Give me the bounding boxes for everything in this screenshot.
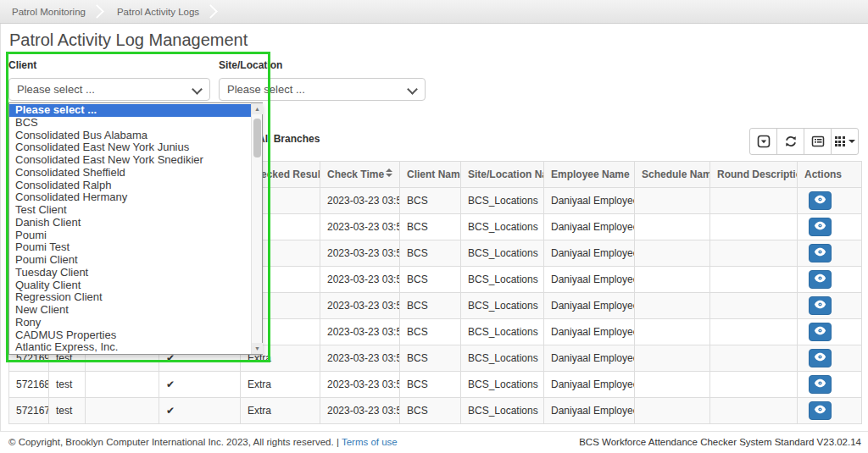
dropdown-option[interactable]: Consolidated Hermany bbox=[9, 191, 251, 204]
dropdown-option[interactable]: Consolidated East New York Snedikier bbox=[9, 154, 251, 167]
client-dropdown-list: Please select ...BCSConsolidated Bus Ala… bbox=[8, 102, 263, 355]
table-cell bbox=[635, 267, 710, 293]
table-cell: BCS bbox=[400, 345, 461, 372]
page-title: Patrol Activity Log Management bbox=[9, 30, 248, 50]
column-header: Schedule Name bbox=[635, 162, 710, 188]
table-cell bbox=[710, 398, 798, 424]
export-button[interactable] bbox=[749, 128, 777, 155]
table-cell: 2023-03-23 03:56 bbox=[320, 372, 400, 398]
view-button[interactable] bbox=[809, 244, 832, 262]
breadcrumb-item-patrol-monitoring[interactable]: Patrol Monitoring bbox=[12, 7, 86, 17]
scroll-up-icon[interactable]: ▲ bbox=[252, 103, 263, 114]
dropdown-option[interactable]: Regression Client bbox=[9, 291, 251, 304]
table-cell: 2023-03-23 03:59 bbox=[320, 214, 400, 240]
eye-icon bbox=[814, 300, 826, 309]
dropdown-option[interactable]: Please select ... bbox=[9, 104, 251, 117]
table-cell: Daniyaal Employee bbox=[544, 267, 635, 293]
column-header[interactable]: Check Time bbox=[320, 162, 400, 188]
dropdown-option[interactable]: Test Client bbox=[9, 204, 251, 217]
table-cell: BCS_Locations bbox=[461, 319, 544, 345]
chevron-down-icon bbox=[407, 84, 418, 95]
breadcrumb-chevron-icon bbox=[203, 4, 218, 19]
view-button[interactable] bbox=[809, 375, 832, 394]
table-cell bbox=[710, 319, 798, 345]
actions-cell bbox=[798, 267, 862, 293]
dropdown-option[interactable]: Consolidated Sheffield bbox=[9, 167, 251, 180]
table-cell bbox=[710, 345, 798, 372]
view-button[interactable] bbox=[809, 191, 832, 210]
dropdown-option[interactable]: Consolidated Ralph bbox=[9, 180, 251, 192]
view-button[interactable] bbox=[809, 270, 832, 289]
copyright-text: © Copyright, Brooklyn Computer Internati… bbox=[8, 432, 398, 453]
table-cell: 2023-03-23 03:59 bbox=[320, 188, 400, 214]
dropdown-option[interactable]: Poumi Client bbox=[9, 254, 251, 267]
dropdown-option[interactable]: Tuesday Client bbox=[9, 267, 251, 279]
eye-icon bbox=[814, 326, 826, 335]
breadcrumb-item-patrol-activity-logs[interactable]: Patrol Activity Logs bbox=[117, 7, 199, 17]
table-cell bbox=[635, 319, 710, 345]
eye-icon bbox=[814, 378, 826, 388]
eye-icon bbox=[814, 195, 826, 204]
dropdown-option[interactable]: Consolidated East New York Junius bbox=[9, 141, 251, 154]
dropdown-scrollbar[interactable]: ▲ ▼ bbox=[251, 103, 262, 354]
dropdown-option[interactable]: Poumi bbox=[9, 229, 251, 242]
view-button[interactable] bbox=[809, 401, 832, 420]
table-cell bbox=[86, 372, 159, 398]
view-button[interactable] bbox=[809, 218, 832, 236]
dropdown-option[interactable]: Danish Client bbox=[9, 217, 251, 229]
table-cell bbox=[635, 398, 710, 424]
table-cell: BCS bbox=[400, 214, 461, 240]
dropdown-option[interactable]: New Client bbox=[9, 304, 251, 317]
table-cell: BCS bbox=[400, 398, 461, 424]
eye-icon bbox=[814, 273, 826, 283]
column-header: Employee Name bbox=[544, 162, 635, 188]
columns-button[interactable] bbox=[831, 128, 859, 155]
table-cell: test bbox=[49, 372, 86, 398]
table-cell: BCS_Locations bbox=[461, 345, 544, 372]
toggle-view-button[interactable] bbox=[804, 128, 832, 155]
table-cell: BCS_Locations bbox=[461, 214, 544, 240]
dropdown-option[interactable]: Poumi Test bbox=[9, 241, 251, 254]
column-header: Site/Location Name bbox=[461, 162, 544, 188]
column-header: Round Description bbox=[710, 162, 798, 188]
view-button[interactable] bbox=[809, 296, 832, 315]
refresh-button[interactable] bbox=[776, 128, 804, 155]
eye-icon bbox=[814, 352, 826, 362]
patrol-activity-log-page: Patrol Monitoring Patrol Activity Logs P… bbox=[0, 0, 868, 453]
view-button[interactable] bbox=[809, 349, 832, 367]
dropdown-option[interactable]: Consolidated Bus Alabama bbox=[9, 130, 251, 142]
column-header: Client Name bbox=[400, 162, 461, 188]
table-cell: 2023-03-23 03:57 bbox=[320, 345, 400, 372]
table-cell bbox=[710, 214, 798, 240]
copyright-label: © Copyright, Brooklyn Computer Internati… bbox=[8, 437, 334, 447]
table-cell: BCS_Locations bbox=[461, 372, 544, 398]
table-cell bbox=[635, 345, 710, 372]
dropdown-option[interactable]: Atlantic Express, Inc. bbox=[9, 341, 251, 353]
dropdown-option[interactable]: BCS bbox=[9, 117, 251, 130]
table-cell: Daniyaal Employee bbox=[544, 214, 635, 240]
export-icon bbox=[757, 135, 771, 148]
terms-of-use-link[interactable]: Terms of use bbox=[342, 437, 398, 447]
dropdown-option[interactable]: Quality Client bbox=[9, 279, 251, 292]
table-cell: ✔ bbox=[159, 372, 241, 398]
table-cell: 2023-03-23 03:58 bbox=[320, 267, 400, 293]
dropdown-option[interactable]: Rony bbox=[9, 317, 251, 329]
version-text: BCS Workforce Attendance Checker System … bbox=[579, 432, 861, 453]
site-location-label: Site/Location bbox=[219, 59, 282, 71]
table-cell: Daniyaal Employee bbox=[544, 398, 635, 424]
client-select[interactable]: Please select ... bbox=[8, 78, 210, 101]
eye-icon bbox=[814, 221, 826, 230]
site-location-select-value: Please select ... bbox=[227, 83, 305, 96]
scroll-down-icon[interactable]: ▼ bbox=[252, 343, 263, 354]
table-cell: 572168 bbox=[9, 372, 49, 398]
table-cell bbox=[710, 188, 798, 214]
table-cell: Extra bbox=[241, 398, 320, 424]
eye-icon bbox=[814, 247, 826, 257]
dropdown-option[interactable]: CADMUS Properties bbox=[9, 329, 251, 342]
actions-cell bbox=[798, 345, 862, 372]
sort-icon bbox=[386, 168, 392, 177]
columns-grid-icon bbox=[835, 136, 845, 146]
view-button[interactable] bbox=[809, 323, 832, 341]
scrollbar-thumb[interactable] bbox=[253, 119, 261, 157]
site-location-select[interactable]: Please select ... bbox=[219, 78, 426, 101]
